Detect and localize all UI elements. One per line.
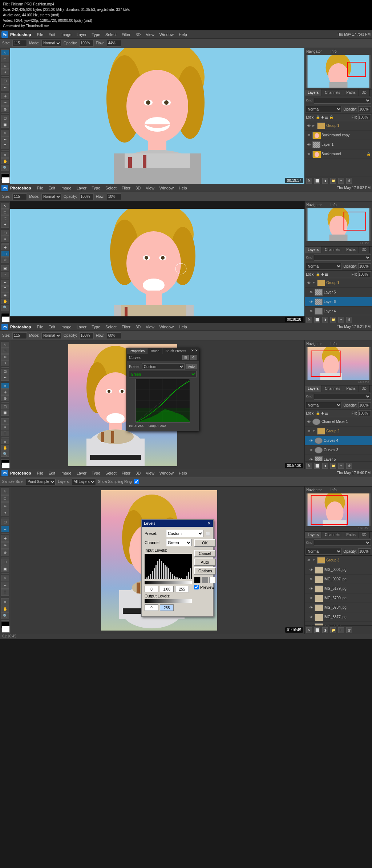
menu-help-1[interactable]: Help <box>177 32 189 37</box>
layer-group-btn-4[interactable]: 📁 <box>330 627 336 633</box>
menu-image-3[interactable]: Image <box>58 324 74 330</box>
tool-move-4[interactable]: ↖ <box>1 488 9 495</box>
black-eyedropper[interactable] <box>194 577 201 583</box>
tab-paths-3[interactable]: Paths <box>343 385 359 392</box>
tool-clone-1[interactable]: ⊕ <box>1 106 9 112</box>
tool-brush-4[interactable]: ✏ <box>1 542 9 549</box>
layer-item-img8877[interactable]: 👁 IMG_8877.jpg <box>305 612 372 622</box>
menu-filter-4[interactable]: Filter <box>120 470 133 476</box>
curves-reset-btn[interactable]: ↺ <box>190 355 197 360</box>
layer-opacity-2[interactable] <box>358 263 371 269</box>
layer-group-btn-2[interactable]: 📁 <box>330 317 336 323</box>
layer-item-layer1-1[interactable]: 👁 Layer 1 <box>305 140 372 149</box>
tool-pen-2[interactable]: ✒ <box>1 280 9 285</box>
fill-input-2[interactable] <box>358 271 371 277</box>
menu-layer-2[interactable]: Layer <box>74 185 89 191</box>
tab-channels-1[interactable]: Channels <box>322 89 343 96</box>
tab-3d-4[interactable]: 3D <box>359 532 370 538</box>
tool-eyedropper-3[interactable]: ✒ <box>1 375 9 381</box>
opacity-input-3[interactable] <box>79 332 94 339</box>
tool-dodge-1[interactable]: ○ <box>1 130 9 136</box>
tool-eraser-4[interactable]: ◻ <box>1 559 9 565</box>
blend-mode-select-2[interactable]: Normal <box>41 193 61 200</box>
menu-help-2[interactable]: Help <box>177 185 189 191</box>
flow-input-3[interactable] <box>107 332 121 339</box>
layer-item-layer5-3[interactable]: 👁 Layer 5 <box>305 455 372 461</box>
menu-window-1[interactable]: Window <box>157 32 176 37</box>
dialog-close-icon[interactable]: ✕ ✕ <box>190 348 199 354</box>
levels-cancel-btn[interactable]: Cancel <box>194 550 216 557</box>
tool-lasso-4[interactable]: ⊂ <box>1 502 9 509</box>
layer-adj-btn-2[interactable]: ◑ <box>322 317 328 323</box>
layer-item-layer4-2[interactable]: 👁 Layer 4 <box>305 307 372 315</box>
tool-hand-3[interactable]: ✋ <box>1 445 9 451</box>
prop-tab-properties[interactable]: Properties <box>127 348 148 354</box>
menu-file-3[interactable]: File <box>35 324 45 330</box>
bg-color-1[interactable] <box>2 177 10 183</box>
layer-new-btn-3[interactable]: + <box>338 463 344 469</box>
menu-window-3[interactable]: Window <box>157 324 176 330</box>
menu-3d-4[interactable]: 3D <box>133 470 143 476</box>
tool-heal-4[interactable]: ✚ <box>1 535 9 542</box>
white-eyedropper[interactable] <box>209 577 216 583</box>
filter-kind-4[interactable] <box>314 539 371 546</box>
menu-image-4[interactable]: Image <box>58 470 74 476</box>
menu-view-1[interactable]: View <box>143 32 157 37</box>
layer-mask-btn-4[interactable]: ⬜ <box>314 627 320 633</box>
blend-mode-select-1[interactable]: Normal <box>41 40 61 47</box>
tool-type-2[interactable]: T <box>1 286 9 292</box>
tool-pen-3[interactable]: ✒ <box>1 424 9 430</box>
tool-zoom-4[interactable]: 🔍 <box>1 612 9 619</box>
tool-zoom-1[interactable]: 🔍 <box>1 165 9 171</box>
tool-eraser-3[interactable]: ◻ <box>1 404 9 409</box>
menu-type-2[interactable]: Type <box>89 185 102 191</box>
tool-eraser-1[interactable]: ◻ <box>1 115 9 121</box>
output-black-point[interactable] <box>145 604 158 611</box>
tool-marquee-4[interactable]: □ <box>1 495 9 502</box>
layer-del-btn-2[interactable]: 🗑 <box>346 317 352 323</box>
filter-kind-2[interactable] <box>314 254 371 261</box>
tool-crop-1[interactable]: ⊡ <box>1 78 9 84</box>
tool-move-1[interactable]: ↖ <box>1 49 9 56</box>
tool-gradient-2[interactable]: ▣ <box>1 265 9 271</box>
fill-input-3[interactable] <box>358 410 371 416</box>
layer-new-btn-2[interactable]: + <box>338 317 344 323</box>
layer-mask-btn-1[interactable]: ⬜ <box>314 178 320 184</box>
tool-move-2[interactable]: ↖ <box>1 203 9 209</box>
input-black-point[interactable] <box>145 586 158 592</box>
tab-channels-3[interactable]: Channels <box>322 385 343 392</box>
levels-preset-select[interactable]: Custom <box>166 530 203 537</box>
curves-preset-select[interactable]: Custom <box>142 363 185 370</box>
layer-item-img0001[interactable]: 👁 IMG_0001.jpg <box>305 565 372 575</box>
menu-help-3[interactable]: Help <box>177 324 189 330</box>
layer-item-group1-2[interactable]: 👁 ▼ Group 1 <box>305 278 372 288</box>
layer-item-group3-4[interactable]: 👁 ▼ Group 3 <box>305 556 372 565</box>
prop-tab-brush[interactable]: Brush <box>148 348 163 354</box>
sample-size-select[interactable]: Point Sample <box>26 479 56 485</box>
gray-eyedropper[interactable] <box>202 577 208 583</box>
brush-size-input-2[interactable] <box>12 193 27 200</box>
layer-opacity-1[interactable] <box>358 106 371 112</box>
tool-wand-2[interactable]: ✦ <box>1 221 9 227</box>
blend-mode-layers-1[interactable]: Normal <box>306 106 342 112</box>
menu-view-3[interactable]: View <box>143 324 157 330</box>
menu-type-3[interactable]: Type <box>89 324 102 330</box>
tool-pen-1[interactable]: ✒ <box>1 136 9 143</box>
show-ring-checkbox[interactable] <box>134 479 139 484</box>
tab-channels-4[interactable]: Channels <box>322 532 343 538</box>
layer-opacity-3[interactable] <box>358 402 371 408</box>
layer-mask-btn-2[interactable]: ⬜ <box>314 317 320 323</box>
tool-lasso-3[interactable]: ⊂ <box>1 354 9 360</box>
layer-item-group1-1[interactable]: 👁 ▶ Group 1 <box>305 121 372 131</box>
brush-size-input-3[interactable] <box>12 332 27 339</box>
layer-item-layer5-2[interactable]: 👁 Layer 5 <box>305 288 372 297</box>
tool-dodge-4[interactable]: ○ <box>1 575 9 582</box>
menu-3d-3[interactable]: 3D <box>133 324 143 330</box>
menu-select-3[interactable]: Select <box>103 324 119 330</box>
tool-gradient-4[interactable]: ▣ <box>1 565 9 572</box>
menu-edit-1[interactable]: Edit <box>46 32 57 37</box>
tab-paths-2[interactable]: Paths <box>343 247 359 253</box>
menu-file-1[interactable]: File <box>35 32 45 37</box>
menu-edit-4[interactable]: Edit <box>46 470 57 476</box>
opacity-input-2[interactable] <box>79 193 94 200</box>
